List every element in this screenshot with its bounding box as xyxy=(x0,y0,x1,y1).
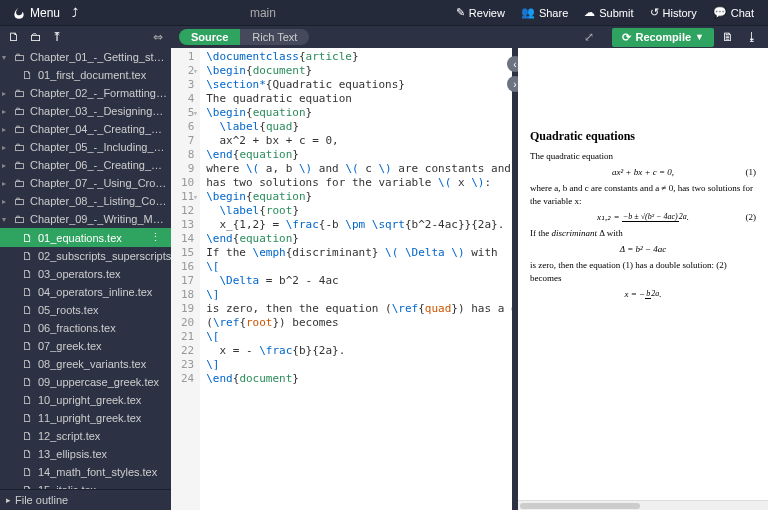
file-label: 10_upright_greek.tex xyxy=(38,394,141,406)
view-mode-pill: Source Rich Text xyxy=(179,29,309,45)
upload-icon[interactable]: ⤒ xyxy=(48,28,66,46)
file-icon: 🗋 xyxy=(22,250,33,262)
fold-icon[interactable]: ▾ xyxy=(193,64,198,78)
review-button[interactable]: ✎Review xyxy=(448,3,513,22)
download-icon[interactable]: ⭳ xyxy=(742,28,762,46)
folder-item[interactable]: ▾🗀Chapter_01_-_Getting_started_with_L… xyxy=(0,48,171,66)
folder-item[interactable]: ▸🗀Chapter_06_-_Creating_Tables xyxy=(0,156,171,174)
collapse-sidebar-icon[interactable]: ⇔ xyxy=(149,28,167,46)
file-item[interactable]: 🗋11_upright_greek.tex xyxy=(0,409,171,427)
file-icon: 🗋 xyxy=(22,358,33,370)
main: ▾🗀Chapter_01_-_Getting_started_with_L…🗋0… xyxy=(0,48,768,510)
preview-equation: ax² + bx + c = 0, (1) xyxy=(530,166,756,178)
file-item[interactable]: 🗋06_fractions.tex xyxy=(0,319,171,337)
code-line[interactable]: \end{document} xyxy=(206,372,506,386)
file-item[interactable]: 🗋09_uppercase_greek.tex xyxy=(0,373,171,391)
history-icon: ↺ xyxy=(650,6,659,19)
file-item[interactable]: 🗋05_roots.tex xyxy=(0,301,171,319)
code-line[interactable]: \begin{equation} xyxy=(206,106,506,120)
file-item[interactable]: 🗋03_operators.tex xyxy=(0,265,171,283)
code-line[interactable]: \begin{document} xyxy=(206,64,506,78)
file-label: 02_subscripts_superscripts.tex xyxy=(38,250,171,262)
line-number: 1 xyxy=(181,50,194,64)
share-button[interactable]: 👥Share xyxy=(513,3,576,22)
folder-icon: 🗀 xyxy=(14,87,26,99)
file-item[interactable]: 🗋01_first_document.tex xyxy=(0,66,171,84)
code-line[interactable]: x_{1,2} = \frac{-b \pm \sqrt{b^2-4ac}}{2… xyxy=(206,218,506,232)
code-body[interactable]: \documentclass{article}\begin{document}\… xyxy=(200,48,512,510)
folder-icon: 🗀 xyxy=(14,177,26,189)
chat-button[interactable]: 💬Chat xyxy=(705,3,762,22)
code-editor[interactable]: 12▾345▾67891011▾121314151617181920212223… xyxy=(171,48,512,510)
file-icon: 🗋 xyxy=(22,340,33,352)
code-line[interactable]: (\ref{root}) becomes xyxy=(206,316,506,330)
project-title: main xyxy=(78,6,448,20)
logs-icon[interactable]: 🗎 xyxy=(718,28,738,46)
preview-scrollbar-horizontal[interactable] xyxy=(518,500,768,510)
code-line[interactable]: \end{equation} xyxy=(206,232,506,246)
folder-item[interactable]: ▸🗀Chapter_03_-_Designing_Pages xyxy=(0,102,171,120)
code-line[interactable]: where \( a, b \) and \( c \) are constan… xyxy=(206,162,506,176)
scrollbar-thumb[interactable] xyxy=(520,503,640,509)
folder-item[interactable]: ▸🗀Chapter_05_-_Including_Images xyxy=(0,138,171,156)
refresh-icon: ⟳ xyxy=(622,31,631,44)
code-line[interactable]: \Delta = b^2 - 4ac xyxy=(206,274,506,288)
history-button[interactable]: ↺History xyxy=(642,3,705,22)
file-item[interactable]: 🗋08_greek_variants.tex xyxy=(0,355,171,373)
code-line[interactable]: x = - \frac{b}{2a}. xyxy=(206,344,506,358)
file-item[interactable]: 🗋14_math_font_styles.tex xyxy=(0,463,171,481)
line-number: 19 xyxy=(181,302,194,316)
line-number: 20 xyxy=(181,316,194,330)
file-label: 04_operators_inline.tex xyxy=(38,286,152,298)
file-item[interactable]: 🗋10_upright_greek.tex xyxy=(0,391,171,409)
folder-item[interactable]: ▸🗀Chapter_02_-_Formatting_Text_and_C… xyxy=(0,84,171,102)
code-line[interactable]: The quadratic equation xyxy=(206,92,506,106)
code-line[interactable]: \documentclass{article} xyxy=(206,50,506,64)
line-number: 11▾ xyxy=(181,190,194,204)
code-line[interactable]: \] xyxy=(206,288,506,302)
file-item[interactable]: 🗋13_ellipsis.tex xyxy=(0,445,171,463)
folder-item[interactable]: ▸🗀Chapter_07_-_Using_Cross-References xyxy=(0,174,171,192)
code-line[interactable]: \label{quad} xyxy=(206,120,506,134)
code-line[interactable]: \end{equation} xyxy=(206,148,506,162)
code-line[interactable]: \] xyxy=(206,358,506,372)
preview-equation: x₁,₂ = −b ± √(b² − 4ac)2a. (2) xyxy=(530,211,756,223)
folder-icon: 🗀 xyxy=(14,141,26,153)
code-line[interactable]: \begin{equation} xyxy=(206,190,506,204)
folder-item[interactable]: ▸🗀Chapter_04_-_Creating_Lists xyxy=(0,120,171,138)
file-item[interactable]: 🗋01_equations.tex⋮ xyxy=(0,228,171,247)
preview-para: is zero, then the equation (1) has a dou… xyxy=(530,259,756,283)
code-line[interactable]: ax^2 + bx + c = 0, xyxy=(206,134,506,148)
file-item[interactable]: 🗋04_operators_inline.tex xyxy=(0,283,171,301)
tab-richtext[interactable]: Rich Text xyxy=(240,29,309,45)
file-item[interactable]: 🗋07_greek.tex xyxy=(0,337,171,355)
code-line[interactable]: \[ xyxy=(206,330,506,344)
menu-button[interactable]: Menu xyxy=(6,3,66,23)
submit-button[interactable]: ☁Submit xyxy=(576,3,641,22)
tab-source[interactable]: Source xyxy=(179,29,240,45)
code-line[interactable]: is zero, then the equation (\ref{quad}) … xyxy=(206,302,506,316)
code-line[interactable]: If the \emph{discriminant} \( \Delta \) … xyxy=(206,246,506,260)
file-item[interactable]: 🗋02_subscripts_superscripts.tex xyxy=(0,247,171,265)
code-line[interactable]: has two solutions for the variable \( x … xyxy=(206,176,506,190)
folder-label: Chapter_08_-_Listing_Contents_and_R… xyxy=(30,195,167,207)
new-file-icon[interactable]: 🗋 xyxy=(4,28,24,46)
folder-item[interactable]: ▾🗀Chapter_09_-_Writing_Math_Formulas xyxy=(0,210,171,228)
file-outline-toggle[interactable]: ▸ File outline xyxy=(0,489,171,510)
recompile-button[interactable]: ⟳ Recompile ▼ xyxy=(612,28,714,47)
file-menu-icon[interactable]: ⋮ xyxy=(150,231,167,244)
new-folder-icon[interactable]: 🗀 xyxy=(26,28,46,46)
expand-editor-icon[interactable]: ⤢ xyxy=(580,28,598,46)
code-line[interactable]: \[ xyxy=(206,260,506,274)
file-item[interactable]: 🗋12_script.tex xyxy=(0,427,171,445)
file-item[interactable]: 🗋15_italic.tex xyxy=(0,481,171,489)
code-line[interactable]: \label{root} xyxy=(206,204,506,218)
fold-icon[interactable]: ▾ xyxy=(193,190,198,204)
line-number: 21 xyxy=(181,330,194,344)
line-number: 14 xyxy=(181,232,194,246)
chat-label: Chat xyxy=(731,7,754,19)
review-icon: ✎ xyxy=(456,6,465,19)
code-line[interactable]: \section*{Quadratic equations} xyxy=(206,78,506,92)
folder-item[interactable]: ▸🗀Chapter_08_-_Listing_Contents_and_R… xyxy=(0,192,171,210)
fold-icon[interactable]: ▾ xyxy=(193,106,198,120)
